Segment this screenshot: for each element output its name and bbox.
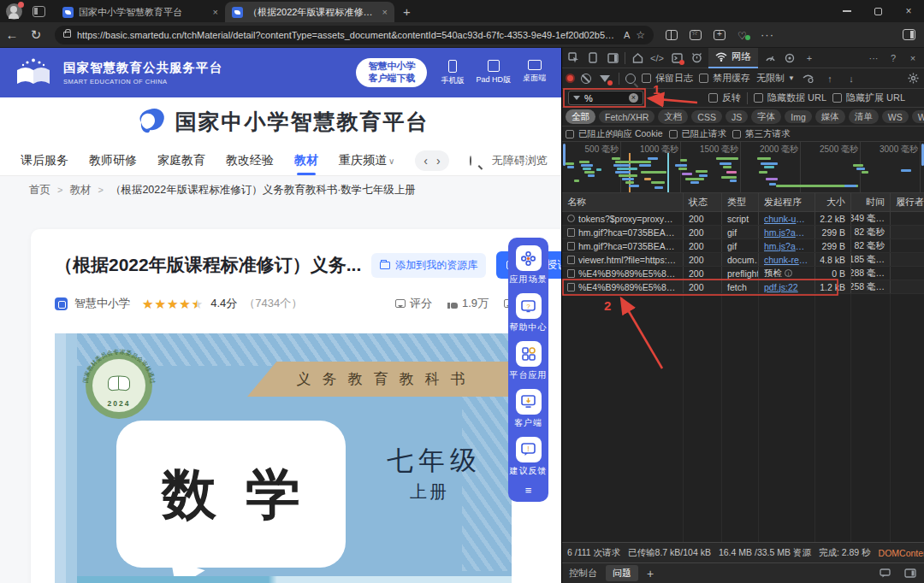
- memory-icon[interactable]: [782, 51, 797, 65]
- blocked-requests-checkbox[interactable]: 已阻止请求: [669, 128, 727, 140]
- type-filter-js[interactable]: JS: [726, 110, 748, 123]
- performance-icon[interactable]: [762, 51, 778, 65]
- elements-icon[interactable]: </>: [649, 51, 665, 65]
- nav-item-jiaoshiyanxiu[interactable]: 教师研修: [89, 153, 137, 168]
- client-mobile[interactable]: 手机版: [441, 60, 464, 86]
- search-icon[interactable]: [470, 156, 471, 166]
- nav-item-jiaogaijingyan[interactable]: 教改经验: [226, 153, 274, 168]
- breadcrumb-home[interactable]: 首页: [29, 183, 50, 197]
- favorite-star-icon[interactable]: ☆: [636, 29, 645, 41]
- browser-essentials-icon[interactable]: [737, 30, 749, 40]
- initiator-link[interactable]: hm.js?a9321a9…: [764, 241, 809, 251]
- more-tabs-icon[interactable]: +: [802, 51, 817, 65]
- clear-icon[interactable]: [581, 74, 591, 84]
- float-menu-collapse[interactable]: ≡: [508, 485, 548, 498]
- nav-item-jiaocai[interactable]: 教材: [294, 153, 318, 168]
- nav-item-chongqing-channel[interactable]: 重庆频道∨: [339, 153, 394, 168]
- maximize-button[interactable]: [862, 0, 893, 22]
- col-size[interactable]: 大小: [814, 193, 850, 211]
- nav-prev-icon[interactable]: ‹: [424, 154, 428, 168]
- nav-next-icon[interactable]: ›: [436, 154, 441, 168]
- request-row[interactable]: tokens?$proxy=proxyhttp&… 200 script chu…: [562, 212, 924, 226]
- rate-button[interactable]: 评分: [395, 296, 432, 311]
- drawer-tab-console[interactable]: 控制台: [569, 567, 597, 580]
- initiator-link[interactable]: hm.js?a9321a9…: [764, 227, 809, 238]
- type-filter-ws[interactable]: WS: [882, 110, 909, 123]
- type-filter-all[interactable]: 全部: [566, 109, 595, 124]
- throttling-dropdown[interactable]: 无限制▼: [756, 72, 795, 85]
- tab-network[interactable]: 网络: [708, 48, 758, 68]
- close-button[interactable]: ×: [893, 0, 924, 22]
- like-button[interactable]: 1.9万: [447, 296, 489, 311]
- rating-stars[interactable]: ★★★★★★★★★★: [142, 297, 204, 310]
- col-fulfilled-by[interactable]: 履行者: [890, 193, 924, 211]
- clear-filter-icon[interactable]: ×: [629, 93, 638, 103]
- devtools-more-icon[interactable]: ···: [866, 51, 881, 65]
- tab-close-icon[interactable]: ×: [213, 7, 218, 17]
- client-pad[interactable]: Pad HD版: [476, 60, 511, 86]
- float-app-scenes[interactable]: 应用场景: [508, 245, 548, 286]
- float-client[interactable]: 客户端: [508, 389, 548, 429]
- record-icon[interactable]: [566, 74, 575, 83]
- tab-textbook-detail[interactable]: （根据2022年版课程标准修订）… ×: [225, 2, 394, 22]
- col-initiator[interactable]: 发起程序: [758, 193, 814, 211]
- profile-avatar-icon[interactable]: [6, 3, 22, 20]
- drawer-dock-icon[interactable]: [903, 567, 918, 580]
- accessibility-link[interactable]: 无障碍浏览: [492, 153, 548, 168]
- inspect-icon[interactable]: [566, 51, 581, 65]
- breadcrumb-section[interactable]: 教材: [69, 183, 91, 197]
- dock-side-icon[interactable]: [605, 51, 620, 65]
- new-tab-button[interactable]: +: [403, 4, 411, 19]
- network-conditions-icon[interactable]: [801, 72, 816, 85]
- initiator-link[interactable]: chunk-uc-ef7b8b…: [764, 214, 809, 224]
- tab-close-icon[interactable]: ×: [382, 7, 388, 17]
- type-filter-css[interactable]: CSS: [691, 110, 722, 123]
- client-desktop[interactable]: 桌面端: [523, 60, 546, 86]
- split-screen-icon[interactable]: [666, 30, 678, 40]
- type-filter-img[interactable]: Img: [785, 110, 812, 123]
- third-party-checkbox[interactable]: 第三方请求: [732, 128, 791, 140]
- col-status[interactable]: 状态: [683, 193, 721, 211]
- nav-item-kehoufuwu[interactable]: 课后服务: [21, 153, 68, 168]
- refresh-button[interactable]: ↻: [24, 27, 48, 43]
- type-filter-manifest[interactable]: 清单: [849, 109, 879, 124]
- nav-item-jiatingjiaoyu[interactable]: 家庭教育: [157, 153, 205, 168]
- filter-funnel-icon[interactable]: [597, 72, 613, 85]
- devtools-help-icon[interactable]: ?: [886, 51, 901, 65]
- hide-data-urls-checkbox[interactable]: 隐藏数据 URL: [754, 91, 826, 104]
- minimize-button[interactable]: [832, 0, 862, 22]
- add-to-library-button[interactable]: 添加到我的资源库: [371, 253, 486, 278]
- favorites-icon[interactable]: [690, 30, 702, 40]
- request-row[interactable]: viewer.html?file=https://r3-… 200 docum……: [562, 253, 924, 267]
- col-type[interactable]: 类型: [721, 193, 758, 211]
- preserve-log-checkbox[interactable]: 保留日志: [642, 72, 693, 85]
- url-text[interactable]: https://basic.smartedu.cn/tchMaterial/de…: [77, 30, 618, 40]
- type-filter-doc[interactable]: 文档: [658, 109, 688, 124]
- copilot-sidebar-icon[interactable]: [903, 29, 915, 40]
- type-filter-wasm[interactable]: Wasm: [912, 110, 924, 123]
- more-menu-icon[interactable]: ···: [761, 28, 774, 41]
- type-filter-xhr[interactable]: Fetch/XHR: [599, 110, 654, 123]
- col-name[interactable]: 名称: [562, 193, 683, 211]
- console-icon[interactable]: [669, 51, 684, 65]
- float-platform-apps[interactable]: 平台应用: [508, 341, 548, 381]
- disable-cache-checkbox[interactable]: 禁用缓存: [699, 72, 750, 85]
- request-row[interactable]: hm.gif?hca=0735BEA4D11D… 200 gif hm.js?a…: [562, 239, 924, 253]
- drawer-tab-issues[interactable]: 问题: [606, 565, 638, 581]
- initiator-link[interactable]: pdf.js:22: [764, 282, 798, 292]
- read-aloud-icon[interactable]: A: [624, 30, 630, 40]
- network-overview-timeline[interactable]: 500 毫秒 1000 毫秒 1500 毫秒 2000 毫秒 2500 毫秒 3…: [562, 142, 924, 193]
- float-help-center[interactable]: ? 帮助中心: [508, 293, 548, 333]
- client-download-button[interactable]: 智慧中小学 客户端下载: [356, 58, 427, 87]
- float-feedback[interactable]: ! 建议反馈: [508, 437, 548, 477]
- drawer-messages-icon[interactable]: [877, 567, 892, 580]
- device-toolbar-icon[interactable]: [585, 51, 601, 65]
- request-row[interactable]: %E4%B9%89%E5%8A%A1%… 200 preflight 预检i 0…: [562, 267, 924, 280]
- welcome-icon[interactable]: [630, 51, 645, 65]
- devtools-close-icon[interactable]: ×: [905, 51, 921, 65]
- invert-checkbox[interactable]: 反转: [708, 91, 741, 104]
- request-row-highlighted[interactable]: %E4%B9%89%E5%8A%A1%… 200 fetch pdf.js:22…: [562, 280, 924, 294]
- col-time[interactable]: 时间: [850, 193, 890, 211]
- filter-input[interactable]: % ×: [568, 91, 643, 105]
- workspaces-icon[interactable]: [33, 6, 45, 17]
